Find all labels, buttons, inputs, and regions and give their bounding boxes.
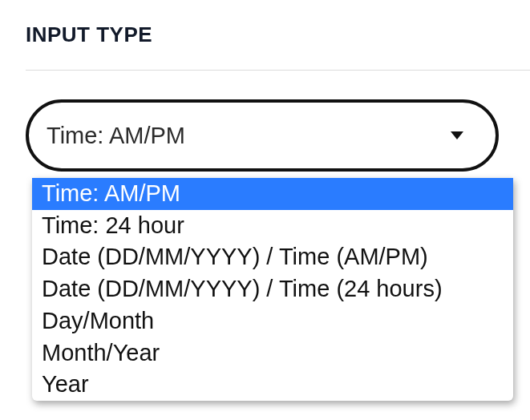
divider: [26, 70, 530, 71]
option-year[interactable]: Year: [32, 369, 513, 401]
option-time-ampm[interactable]: Time: AM/PM: [32, 178, 513, 210]
input-type-select: Time: AM/PM Time: AM/PM Time: 24 hour Da…: [26, 99, 504, 172]
chevron-down-icon: [451, 131, 463, 139]
option-day-month[interactable]: Day/Month: [32, 305, 513, 337]
select-control[interactable]: Time: AM/PM: [26, 99, 499, 172]
option-date-time-24hour[interactable]: Date (DD/MM/YYYY) / Time (24 hours): [32, 273, 513, 305]
select-dropdown: Time: AM/PM Time: 24 hour Date (DD/MM/YY…: [32, 178, 513, 401]
select-value: Time: AM/PM: [47, 123, 185, 149]
option-date-time-ampm[interactable]: Date (DD/MM/YYYY) / Time (AM/PM): [32, 241, 513, 273]
option-month-year[interactable]: Month/Year: [32, 337, 513, 370]
option-time-24hour[interactable]: Time: 24 hour: [32, 210, 513, 242]
section-title: INPUT TYPE: [26, 22, 504, 47]
